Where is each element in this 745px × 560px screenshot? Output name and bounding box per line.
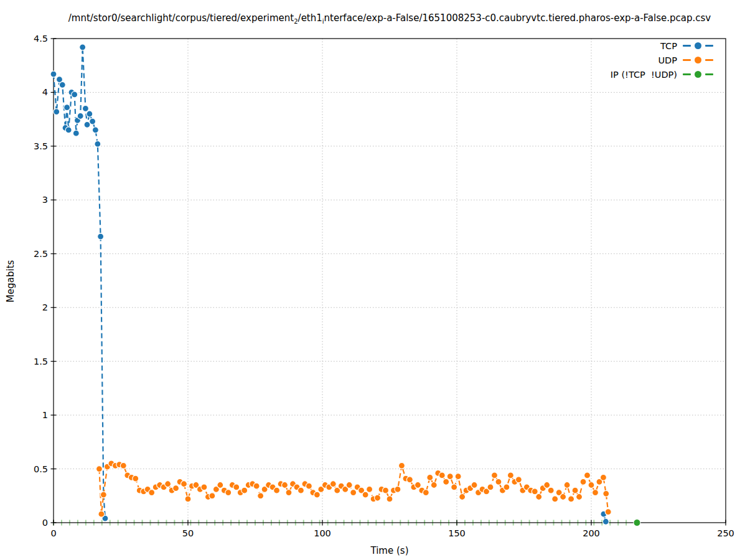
tcp-series-marker xyxy=(90,118,96,124)
tcp-series-marker xyxy=(92,127,98,133)
legend-label-ip: IP (!TCP !UDP) xyxy=(611,70,677,80)
udp-series-marker xyxy=(600,474,606,480)
legend-row-udp: UDP xyxy=(611,53,713,67)
y-tick-label: 4.5 xyxy=(34,34,48,44)
figure: /mnt/stor0/searchlight/corpus/tiered/exp… xyxy=(0,0,745,560)
udp-series-marker xyxy=(209,493,215,499)
udp-series-marker xyxy=(580,478,586,485)
udp-series-marker xyxy=(515,477,522,483)
legend-line-marker-icon xyxy=(683,71,713,78)
legend-line-marker-icon xyxy=(683,42,713,49)
x-tick-label: 50 xyxy=(182,528,194,538)
udp-series-marker xyxy=(504,484,510,490)
dash-icon xyxy=(705,59,713,61)
udp-series-marker xyxy=(375,495,381,501)
tcp-series-marker xyxy=(54,109,60,115)
udp-series-marker xyxy=(253,483,260,489)
udp-series-marker xyxy=(346,482,352,488)
udp-series-marker xyxy=(584,472,591,478)
legend-row-ip: IP (!TCP !UDP) xyxy=(611,67,713,82)
y-tick-label: 3.5 xyxy=(34,141,48,151)
dash-icon xyxy=(683,59,691,61)
y-tick-label: 0.5 xyxy=(34,464,48,474)
udp-series-marker xyxy=(592,490,598,496)
udp-series-marker xyxy=(282,482,288,488)
udp-series-marker xyxy=(217,482,223,488)
udp-series-marker xyxy=(274,487,280,493)
udp-series-marker xyxy=(314,492,320,498)
udp-series-marker xyxy=(306,483,312,489)
udp-series-marker xyxy=(495,478,502,485)
legend-row-tcp: TCP xyxy=(611,39,713,53)
tcp-series-marker xyxy=(82,105,88,111)
udp-series-marker xyxy=(387,496,393,502)
udp-series-marker xyxy=(362,492,368,498)
x-tick-label: 150 xyxy=(448,528,466,538)
tcp-series-marker xyxy=(73,130,79,136)
udp-series-marker xyxy=(286,490,292,496)
udp-series-marker xyxy=(568,496,574,502)
udp-series-marker xyxy=(330,481,336,487)
udp-series-marker xyxy=(133,475,139,482)
udp-series-marker xyxy=(603,490,609,497)
dash-icon xyxy=(705,73,713,75)
dash-icon xyxy=(683,73,691,75)
udp-series-marker xyxy=(447,474,453,480)
udp-series-marker xyxy=(120,462,126,469)
udp-series-marker xyxy=(298,487,304,493)
udp-series-marker xyxy=(491,472,497,478)
udp-series-marker xyxy=(165,481,171,487)
circle-marker-icon xyxy=(695,57,701,63)
tcp-series-marker xyxy=(95,141,101,147)
y-tick-label: 1.5 xyxy=(34,357,48,366)
legend: TCP UDP IP (!TCP !UDP) xyxy=(611,39,713,82)
udp-series-marker xyxy=(423,490,429,496)
udp-series-marker xyxy=(258,493,264,499)
udp-series-marker xyxy=(560,494,566,500)
udp-series-marker xyxy=(487,484,494,490)
udp-series-marker xyxy=(100,492,106,498)
udp-series-marker xyxy=(564,482,570,488)
tcp-series-marker xyxy=(87,111,93,117)
udp-series-marker xyxy=(588,482,594,488)
udp-series-marker xyxy=(149,490,155,496)
udp-series-marker xyxy=(173,485,179,492)
udp-series-marker xyxy=(398,462,405,469)
udp-series-marker xyxy=(350,490,357,496)
udp-series-marker xyxy=(233,484,240,490)
udp-series-marker xyxy=(96,466,102,472)
udp-series-marker xyxy=(415,482,421,488)
tcp-series-marker xyxy=(98,233,104,240)
udp-series-marker xyxy=(185,496,191,502)
x-tick-label: 0 xyxy=(50,528,56,538)
udp-series-marker xyxy=(605,509,611,515)
x-tick-label: 250 xyxy=(717,528,734,538)
tcp-series-marker xyxy=(50,71,57,77)
udp-series-marker xyxy=(383,487,389,493)
udp-series-marker xyxy=(395,486,401,492)
udp-series-marker xyxy=(367,486,373,492)
udp-series-marker xyxy=(201,484,207,490)
legend-label-tcp: TCP xyxy=(660,41,677,51)
udp-series-marker xyxy=(548,487,554,493)
y-tick-label: 3 xyxy=(42,195,48,205)
y-tick-label: 2 xyxy=(42,302,48,312)
y-tick-label: 2.5 xyxy=(34,249,48,259)
tcp-series-marker xyxy=(80,44,86,50)
y-tick-label: 0 xyxy=(42,518,48,528)
udp-series-marker xyxy=(544,482,550,488)
udp-series-marker xyxy=(572,487,578,493)
legend-line-marker-icon xyxy=(683,57,713,63)
udp-series-marker xyxy=(98,511,105,517)
udp-series-marker xyxy=(471,482,477,488)
ip-end-marker xyxy=(634,520,640,526)
udp-series-marker xyxy=(576,494,583,500)
udp-series-marker xyxy=(451,484,457,490)
udp-series-marker xyxy=(181,481,187,487)
tcp-series-marker xyxy=(77,113,83,119)
udp-series-marker xyxy=(443,478,449,485)
udp-series-marker xyxy=(532,488,538,495)
y-tick-label: 4 xyxy=(42,87,48,97)
udp-series-marker xyxy=(536,494,542,500)
plot-area: 05010015020025000.511.522.533.544.5 xyxy=(0,0,745,560)
